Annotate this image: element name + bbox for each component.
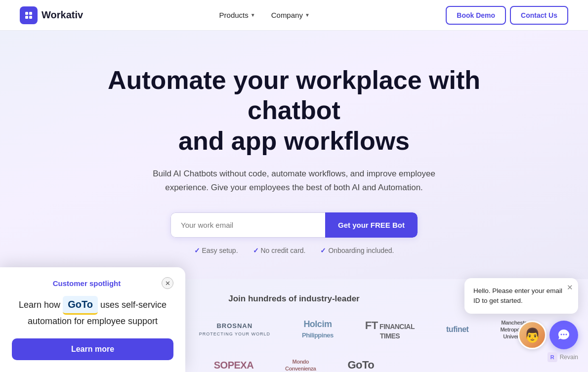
chat-close-icon[interactable]: ✕ [567, 282, 573, 293]
chat-widget: ✕ Hello. Please enter your email ID to g… [464, 278, 578, 363]
hero-subtext: Build AI Chatbots without code, automate… [141, 167, 447, 195]
logo-ft: FT FINANCIALTIMES [358, 318, 421, 341]
svg-rect-0 [25, 12, 28, 15]
logo[interactable]: Workativ [20, 6, 83, 24]
navbar: Workativ Products ▼ Company ▼ Book Demo … [0, 0, 588, 31]
email-input[interactable] [170, 212, 325, 238]
svg-rect-2 [25, 16, 28, 19]
customer-spotlight-popup: Customer spotlight ✕ Learn how GoTo uses… [0, 267, 185, 372]
logo-brosnan: BROSNANPROTECTING YOUR WORLD [192, 318, 277, 341]
popup-close-button[interactable]: ✕ [162, 277, 173, 289]
chevron-down-icon: ▼ [251, 12, 255, 18]
tag-credit: No credit card. [253, 247, 306, 254]
popup-body: Learn how GoTo uses self-service automat… [12, 296, 173, 329]
chat-open-button[interactable] [549, 321, 578, 349]
hero-tags: Easy setup. No credit card. Onboarding i… [10, 247, 578, 254]
logo-mondo: MondoConvenienza [278, 353, 323, 372]
nav-links: Products ▼ Company ▼ [212, 7, 317, 23]
learn-more-button[interactable]: Learn more [12, 338, 173, 360]
avatar: 👨 [518, 321, 546, 349]
contact-button[interactable]: Contact Us [510, 6, 568, 25]
logo-sopexa: SOPEXA [207, 353, 260, 372]
cta-button[interactable]: Get your FREE Bot [325, 212, 418, 238]
nav-products[interactable]: Products ▼ [212, 7, 262, 23]
logo-text: Workativ [42, 9, 83, 21]
chat-bubble: ✕ Hello. Please enter your email ID to g… [464, 278, 578, 314]
svg-point-13 [561, 334, 562, 335]
email-form: Get your FREE Bot [170, 212, 418, 238]
logo-holcim: HolcimPhilippines [295, 318, 340, 341]
svg-rect-3 [29, 16, 32, 19]
hero-section: Automate your workplace with chatbot and… [0, 31, 588, 279]
tag-setup: Easy setup. [194, 247, 238, 254]
nav-actions: Book Demo Contact Us [446, 6, 568, 25]
chat-avatar-row: 👨 [464, 321, 578, 349]
svg-point-15 [566, 334, 567, 335]
nav-company[interactable]: Company ▼ [264, 7, 317, 23]
book-demo-button[interactable]: Book Demo [446, 6, 506, 25]
chevron-down-icon: ▼ [305, 12, 310, 18]
popup-title: Customer spotlight [12, 279, 162, 288]
hero-headline: Automate your workplace with chatbot and… [96, 65, 492, 156]
logo-goto: GoTo [340, 353, 381, 372]
svg-rect-1 [29, 12, 32, 15]
logo-icon [20, 6, 38, 24]
revain-label: R Revain [464, 352, 578, 362]
svg-point-14 [563, 334, 565, 335]
popup-header: Customer spotlight ✕ [12, 277, 173, 289]
popup-brand: GoTo [63, 296, 98, 315]
tag-onboarding: Onboarding included. [320, 247, 394, 254]
